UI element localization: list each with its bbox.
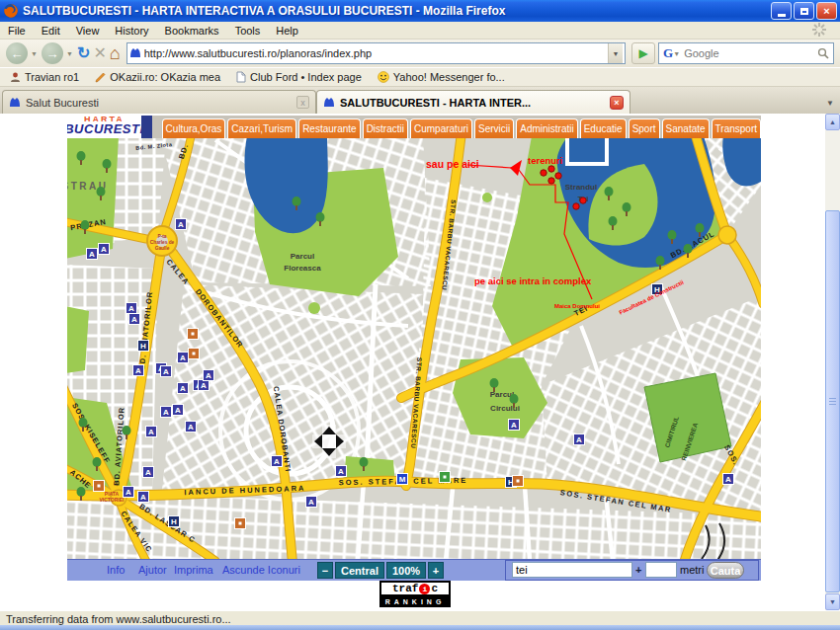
map-marker[interactable]: A: [126, 303, 137, 314]
tab-cumparaturi[interactable]: Cumparaturi: [410, 118, 472, 138]
map-marker[interactable]: A: [574, 434, 585, 445]
map-marker[interactable]: A: [87, 249, 98, 260]
map-marker[interactable]: H: [138, 341, 149, 352]
trafic-ranking-badge[interactable]: trafic RANKING: [379, 581, 451, 607]
annotation-terenuri: terenuri: [528, 155, 562, 166]
bookmark-travian[interactable]: Travian ro1: [10, 71, 79, 83]
label-piata-victoriei: VICTORIEI: [100, 497, 126, 503]
tab-servicii[interactable]: Servicii: [474, 118, 514, 138]
search-engine-dropdown-icon[interactable]: ▼: [673, 50, 681, 57]
map-marker[interactable]: [235, 518, 246, 529]
menu-history[interactable]: History: [107, 23, 156, 39]
restore-button[interactable]: [794, 2, 814, 20]
map-marker[interactable]: [513, 476, 524, 487]
url-input[interactable]: [141, 47, 608, 59]
map-marker[interactable]: A: [723, 474, 734, 485]
menu-help[interactable]: Help: [268, 23, 306, 39]
map-marker[interactable]: A: [336, 466, 347, 477]
map-marker[interactable]: A: [99, 244, 110, 255]
tab-salut-bucuresti[interactable]: Salut Bucuresti x: [2, 90, 316, 114]
tab-harta-interactiva[interactable]: SALUTBUCURESTI - HARTA INTER... ×: [316, 90, 630, 114]
map-marker[interactable]: A: [178, 353, 189, 363]
menu-bookmarks[interactable]: Bookmarks: [157, 23, 227, 39]
link-info[interactable]: Info: [107, 564, 125, 576]
tab-cazari-turism[interactable]: Cazari,Turism: [227, 118, 296, 138]
map-marker[interactable]: A: [161, 407, 172, 418]
minimize-button[interactable]: [771, 2, 792, 20]
map-marker[interactable]: A: [146, 427, 157, 437]
search-bar[interactable]: G ▼: [658, 42, 834, 64]
zoom-level-button[interactable]: 100%: [386, 562, 426, 579]
area-button[interactable]: Central: [335, 562, 384, 579]
map-marker[interactable]: A: [178, 383, 189, 394]
tab-cultura-oras[interactable]: Cultura,Oras: [162, 118, 226, 138]
vertical-scrollbar[interactable]: ▲ ▼: [825, 114, 840, 610]
map-marker[interactable]: A: [129, 314, 140, 325]
magnifier-icon[interactable]: [817, 47, 829, 59]
bookmark-yahoo[interactable]: Yahoo! Messenger fo...: [378, 71, 505, 83]
map-marker[interactable]: A: [138, 492, 149, 503]
forward-button[interactable]: →: [42, 42, 63, 64]
scroll-down-icon[interactable]: ▼: [825, 593, 840, 610]
home-icon[interactable]: ⌂: [110, 44, 121, 62]
tab-close-icon[interactable]: x: [296, 96, 309, 109]
map-marker[interactable]: A: [143, 467, 154, 478]
close-button[interactable]: ×: [816, 2, 837, 20]
menu-file[interactable]: File: [0, 23, 34, 39]
stop-icon[interactable]: ✕: [93, 45, 106, 61]
menu-view[interactable]: View: [68, 23, 108, 39]
map-search-input[interactable]: [512, 562, 632, 578]
map-marker[interactable]: A: [161, 366, 172, 377]
map-marker[interactable]: A: [173, 405, 184, 416]
map-marker[interactable]: M: [397, 474, 408, 485]
map-marker[interactable]: A: [204, 370, 214, 381]
back-dropdown-icon[interactable]: ▼: [31, 50, 39, 57]
map-marker[interactable]: A: [306, 497, 317, 508]
reload-icon[interactable]: ↻: [77, 45, 90, 61]
link-imprima[interactable]: Imprima: [174, 564, 213, 576]
svg-text:A: A: [145, 468, 151, 477]
tab-restaurante[interactable]: Restaurante: [298, 118, 360, 138]
map-marker[interactable]: [188, 329, 199, 340]
zoom-out-button[interactable]: −: [317, 562, 333, 579]
bookmark-clubford[interactable]: Club Ford • Index page: [236, 71, 362, 83]
zoom-in-button[interactable]: +: [428, 562, 444, 579]
web-search-input[interactable]: [681, 47, 817, 59]
tab-list-dropdown-icon[interactable]: ▼: [826, 99, 838, 108]
map-marker[interactable]: A: [509, 420, 520, 431]
tab-transport[interactable]: Transport: [712, 118, 761, 138]
title-bar[interactable]: SALUTBUCURESTI - HARTA INTERACTIVA A ORA…: [0, 0, 840, 22]
forward-dropdown-icon[interactable]: ▼: [66, 50, 74, 57]
map-marker[interactable]: A: [199, 380, 210, 391]
map-marker[interactable]: A: [176, 219, 187, 230]
map-marker[interactable]: [189, 349, 200, 359]
go-button[interactable]: ▶: [631, 42, 655, 64]
address-bar[interactable]: ▼: [126, 42, 626, 64]
map-marker[interactable]: [440, 472, 451, 483]
map-marker[interactable]: A: [124, 487, 134, 498]
tab-sanatate[interactable]: Sanatate: [662, 118, 710, 138]
tab-administratii[interactable]: Administratii: [516, 118, 577, 138]
cauta-button[interactable]: Cauta: [707, 562, 744, 579]
back-button[interactable]: ←: [6, 42, 28, 64]
menu-edit[interactable]: Edit: [34, 23, 68, 39]
metri-input[interactable]: [645, 562, 677, 578]
scroll-up-icon[interactable]: ▲: [825, 114, 840, 130]
url-dropdown-icon[interactable]: ▼: [608, 43, 623, 63]
link-ascunde-iconuri[interactable]: Ascunde Iconuri: [222, 564, 300, 576]
tab-close-icon[interactable]: ×: [610, 96, 624, 110]
tab-distractii[interactable]: Distractii: [363, 118, 408, 138]
site-favicon: [129, 47, 141, 59]
link-ajutor[interactable]: Ajutor: [138, 564, 167, 576]
scroll-thumb[interactable]: [825, 210, 840, 592]
map-marker[interactable]: A: [133, 365, 144, 376]
menu-tools[interactable]: Tools: [227, 23, 269, 39]
map-marker[interactable]: [94, 481, 105, 492]
bookmark-okazii[interactable]: OKazii.ro: OKazia mea: [95, 71, 220, 83]
map-marker[interactable]: A: [186, 422, 197, 433]
map-marker[interactable]: H: [169, 516, 180, 527]
tab-sport[interactable]: Sport: [629, 118, 660, 138]
tab-educatie[interactable]: Educatie: [580, 118, 627, 138]
map-marker[interactable]: A: [272, 456, 283, 467]
city-map[interactable]: STRAU PREZAN BD. Bd. M. Zlota P-ta Charl…: [67, 138, 761, 559]
